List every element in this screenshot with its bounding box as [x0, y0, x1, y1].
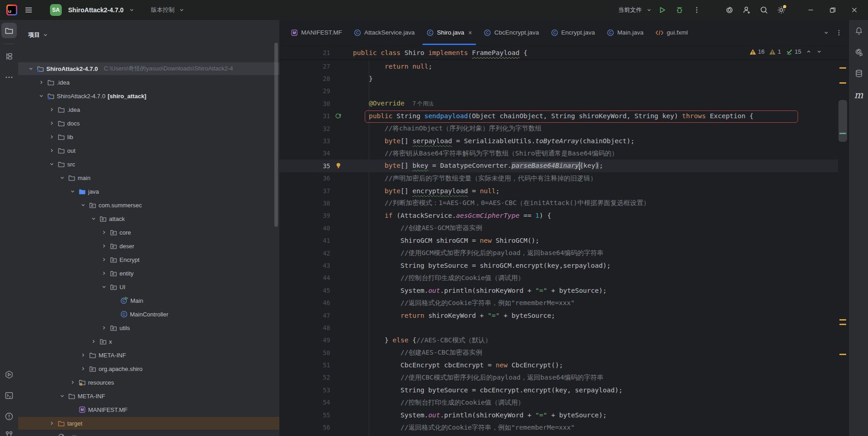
editor-tab-MANIFEST.MF[interactable]: MMANIFEST.MF — [285, 20, 348, 45]
tab-close-icon[interactable]: × — [468, 29, 472, 36]
code-line-34[interactable]: 34 //将密钥从Base64字符串解码为字节数组（Shiro密钥通常是Base… — [279, 147, 848, 160]
code-line-50[interactable]: 50 //创建AES-CBC加密器实例 — [279, 346, 848, 359]
line-number[interactable]: 52 — [279, 374, 330, 381]
project-name[interactable]: ShiroAttack2-4.7.0 — [68, 6, 124, 14]
code-line-40[interactable]: 40 //创建AES-GCM加密器实例 — [279, 222, 848, 234]
line-number[interactable]: 21 — [279, 49, 330, 56]
tree-item-META-INF[interactable]: META-INF — [18, 348, 279, 362]
code-line-36[interactable]: 36 //声明加密后的字节数组变量（实际未使用，代码中有注释掉的旧逻辑） — [279, 172, 848, 185]
tab-options-kebab-icon[interactable] — [836, 30, 842, 36]
prev-problem-button[interactable] — [806, 49, 812, 55]
hidden-tabs-chevron-icon[interactable] — [823, 30, 829, 36]
tree-item-target[interactable]: target — [18, 416, 279, 430]
main-menu-button[interactable] — [22, 3, 35, 17]
window-minimize-button[interactable] — [802, 2, 820, 18]
code-line-32[interactable]: 32 //将chainObject（序列化对象）序列化为字节数组 — [279, 122, 848, 135]
line-number[interactable]: 27 — [279, 63, 330, 70]
more-tool-windows-button[interactable] — [1, 70, 17, 85]
project-panel-title[interactable]: 项目 — [28, 31, 40, 39]
editor-tab-Main.java[interactable]: CMain.java — [601, 20, 650, 45]
ai-assistant-button[interactable] — [723, 3, 736, 17]
tree-item-src[interactable]: src — [18, 157, 279, 171]
more-actions-button[interactable] — [690, 3, 704, 17]
tree-item-attack[interactable]: attack — [18, 212, 279, 226]
line-number[interactable]: 56 — [279, 424, 330, 431]
editor-tab-Encrypt.java[interactable]: CEncrypt.java — [545, 20, 601, 45]
code-line-49[interactable]: 49 } else {//AES-CBC模式（默认） — [279, 334, 848, 346]
line-number[interactable]: 37 — [279, 187, 330, 195]
line-number[interactable]: 30 — [279, 100, 330, 107]
run-button[interactable] — [655, 3, 669, 17]
line-number[interactable]: 32 — [279, 125, 330, 132]
code-line-27[interactable]: 27 return null; — [279, 60, 848, 72]
tree-item-META-INF[interactable]: META-INF — [18, 389, 279, 403]
editor-tab-Shiro.java[interactable]: CShiro.java× — [421, 20, 478, 45]
code-line-43[interactable]: 43 String byteSource = shiroGCM.encrypt(… — [279, 259, 848, 271]
line-number[interactable]: 41 — [279, 237, 330, 244]
tree-item-x[interactable]: x — [18, 335, 279, 348]
project-chevron-down-icon[interactable] — [129, 7, 134, 13]
line-number[interactable]: 45 — [279, 287, 330, 294]
structure-tool-button[interactable] — [1, 49, 17, 64]
tree-item-entity[interactable]: entity — [18, 266, 279, 280]
code-line-44[interactable]: 44 //控制台打印生成的Cookie值（调试用） — [279, 272, 848, 284]
tree-item-UI[interactable]: UI — [18, 280, 279, 294]
code-line-52[interactable]: 52 //使用CBC模式加密序列化后的payload，返回base64编码的字符… — [279, 371, 848, 384]
tree-item-utils[interactable]: utils — [18, 321, 279, 335]
database-tool-button[interactable] — [851, 66, 867, 81]
code-line-55[interactable]: 55 System.out.println(shiroKeyWord + "="… — [279, 409, 848, 421]
line-number[interactable]: 46 — [279, 299, 330, 306]
run-tool-button[interactable] — [1, 367, 17, 382]
line-number[interactable]: 31 — [279, 112, 330, 120]
editor-tab-AttackService.java[interactable]: CAttackService.java — [348, 20, 421, 45]
inspection-widget[interactable]: 16 1 15 — [749, 48, 822, 55]
line-number[interactable]: 29 — [279, 87, 330, 95]
run-configuration-selector[interactable]: 当前文件 — [618, 6, 642, 14]
line-number[interactable]: 50 — [279, 349, 330, 356]
line-number[interactable]: 36 — [279, 175, 330, 182]
line-number[interactable]: 53 — [279, 386, 330, 394]
tree-item-java[interactable]: java — [18, 185, 279, 198]
tree-item-com.summersec[interactable]: com.summersec — [18, 198, 279, 212]
editor-scrollbar-thumb[interactable] — [838, 100, 847, 142]
code-line-29[interactable]: 29 — [279, 85, 848, 97]
tree-item-docs[interactable]: docs — [18, 116, 279, 130]
services-tool-button[interactable] — [1, 430, 17, 436]
editor-tab-CbcEncrypt.java[interactable]: CCbcEncrypt.java — [478, 20, 545, 45]
tree-item-.idea[interactable]: .idea — [18, 103, 279, 116]
code-line-47[interactable]: 47 return shiroKeyWord + "=" + byteSourc… — [279, 309, 848, 321]
code-line-39[interactable]: 39 if (AttackService.aesGcmCipherType ==… — [279, 210, 848, 222]
code-line-56[interactable]: 56 //返回格式化的Cookie字符串，例如"rememberMe=xxx" — [279, 421, 848, 433]
code-line-33[interactable]: 33 byte[] serpayload = SerializableUtils… — [279, 135, 848, 147]
problems-tool-button[interactable] — [1, 409, 17, 424]
weak-warnings-indicator[interactable]: 1 — [769, 48, 781, 55]
run-config-chevron-down-icon[interactable] — [646, 7, 652, 13]
stripe-mark[interactable] — [839, 354, 846, 355]
line-number[interactable]: 43 — [279, 262, 330, 269]
line-number[interactable]: 35 — [279, 162, 330, 170]
window-restore-button[interactable] — [823, 2, 842, 18]
code-with-me-button[interactable] — [740, 3, 754, 17]
stripe-mark[interactable] — [839, 319, 846, 321]
tree-item-core[interactable]: core — [18, 226, 279, 239]
line-number[interactable]: 33 — [279, 137, 330, 145]
line-number[interactable]: 51 — [279, 361, 330, 369]
code-line-30[interactable]: 30 @Override7 个用法 — [279, 97, 848, 110]
code-line-28[interactable]: 28 } — [279, 72, 848, 85]
code-line-38[interactable]: 38 //判断加密模式：1=AES-GCM，0=AES-CBC（在initAtt… — [279, 197, 848, 209]
code-line-48[interactable]: 48 — [279, 321, 848, 334]
terminal-tool-button[interactable] — [1, 388, 17, 403]
code-line-37[interactable]: 37 byte[] encryptpayload = null; — [279, 185, 848, 197]
tree-item-resources[interactable]: resources — [18, 376, 279, 389]
stripe-mark[interactable] — [839, 67, 846, 69]
debug-button[interactable] — [673, 3, 686, 17]
line-number[interactable]: 38 — [279, 200, 330, 207]
search-everywhere-button[interactable] — [757, 3, 771, 17]
line-number[interactable]: 54 — [279, 399, 330, 406]
tree-item-Main[interactable]: CMain — [18, 294, 279, 307]
code-line-54[interactable]: 54 //控制台打印生成的Cookie值（调试用） — [279, 396, 848, 409]
code-line-31[interactable]: 31 public String sendpayload(Object chai… — [279, 110, 848, 122]
next-problem-button[interactable] — [816, 49, 822, 55]
line-number[interactable]: 42 — [279, 250, 330, 257]
tree-item-deser[interactable]: deser — [18, 239, 279, 253]
